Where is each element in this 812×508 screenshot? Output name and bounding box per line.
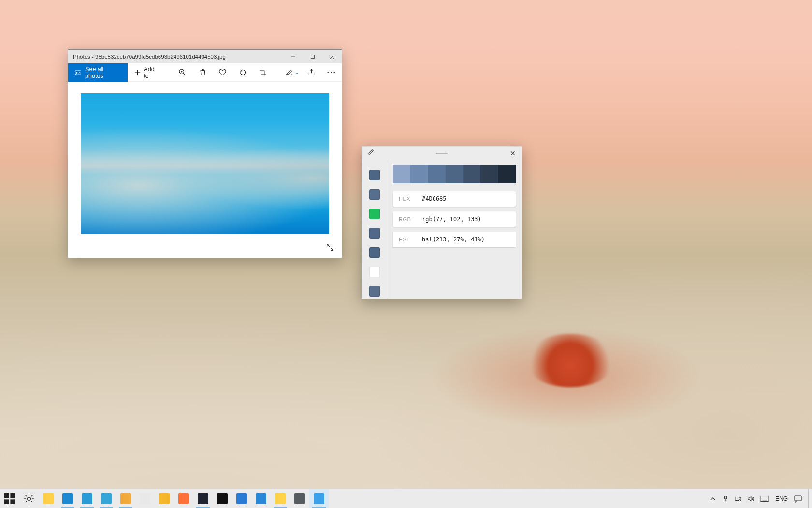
svg-rect-18	[10, 499, 15, 504]
action-center-icon[interactable]	[791, 489, 805, 508]
more-button[interactable]: ···	[322, 63, 342, 82]
svg-rect-15	[4, 493, 9, 498]
see-all-photos-button[interactable]: See all photos	[68, 63, 128, 82]
tray-language[interactable]: ENG	[772, 495, 791, 502]
svg-rect-21	[735, 497, 739, 500]
shade-cell[interactable]	[393, 165, 410, 183]
camera-icon	[294, 493, 305, 504]
chevron-down-icon: ⌄	[295, 70, 299, 75]
rgb-value: rgb(77, 102, 133)	[422, 216, 481, 223]
tray-volume-icon[interactable]	[744, 489, 757, 508]
svg-line-14	[331, 248, 333, 250]
edge-icon	[62, 493, 73, 504]
hsl-label: HSL	[399, 237, 422, 242]
hsl-value: hsl(213, 27%, 41%)	[422, 236, 485, 243]
picker-close-button[interactable]: ✕	[508, 149, 518, 157]
tray-meet-now-icon[interactable]	[732, 489, 744, 508]
taskbar-edge[interactable]	[58, 489, 77, 508]
taskbar-photos-tile[interactable]	[232, 489, 251, 508]
photos-window: Photos - 98be832ceb70a99fd5cdb693b249610…	[68, 49, 342, 258]
photos-toolbar: See all photos Add to ⌄	[68, 63, 342, 82]
shade-cell[interactable]	[446, 165, 463, 183]
taskbar-chrome[interactable]	[135, 489, 155, 508]
firefox-icon	[178, 493, 189, 504]
history-swatch[interactable]	[369, 209, 380, 219]
shade-cell[interactable]	[410, 165, 428, 183]
svg-rect-17	[4, 499, 9, 504]
color-picker-icon	[314, 493, 324, 504]
tray-usb-icon[interactable]	[719, 489, 732, 508]
history-swatch[interactable]	[369, 170, 380, 180]
taskbar-edge-dev[interactable]	[97, 489, 116, 508]
svg-rect-22	[760, 496, 769, 501]
rgb-label: RGB	[399, 216, 422, 222]
delete-button[interactable]	[193, 63, 213, 82]
svg-rect-20	[724, 496, 726, 498]
photo-image[interactable]	[81, 93, 329, 234]
taskbar-powershell[interactable]	[193, 489, 213, 508]
shade-strip[interactable]	[393, 165, 516, 183]
powertoys-icon	[275, 493, 286, 504]
maximize-button[interactable]	[303, 50, 322, 63]
taskbar-firefox[interactable]	[174, 489, 193, 508]
fullscreen-button[interactable]	[323, 240, 337, 254]
photos-titlebar[interactable]: Photos - 98be832ceb70a99fd5cdb693b249610…	[68, 50, 342, 63]
edit-create-dropdown[interactable]: ⌄	[282, 69, 302, 76]
powershell-icon	[198, 493, 208, 504]
edge-dev-icon	[101, 493, 112, 504]
shade-cell[interactable]	[428, 165, 446, 183]
history-swatch[interactable]	[369, 286, 380, 297]
eyedropper-button[interactable]	[366, 149, 376, 158]
shade-cell[interactable]	[480, 165, 498, 183]
history-swatch[interactable]	[369, 247, 380, 258]
history-swatch[interactable]	[369, 189, 380, 200]
zoom-button[interactable]	[173, 63, 192, 82]
file-explorer-icon	[43, 493, 54, 504]
taskbar-settings[interactable]	[19, 489, 39, 508]
chrome-canary-icon	[159, 493, 170, 504]
see-all-label: See all photos	[85, 66, 121, 79]
rgb-row[interactable]: RGB rgb(77, 102, 133)	[393, 211, 516, 227]
taskbar-edge-canary[interactable]	[116, 489, 135, 508]
taskbar: ENG	[0, 489, 812, 508]
drag-handle-icon[interactable]	[376, 153, 508, 154]
edge-beta-icon	[82, 493, 92, 504]
hex-row[interactable]: HEX #4D6685	[393, 191, 516, 207]
taskbar-powertoys[interactable]	[271, 489, 290, 508]
edge-canary-icon	[120, 493, 131, 504]
taskbar-start[interactable]	[0, 489, 19, 508]
svg-rect-29	[795, 496, 801, 501]
ellipsis-icon: ···	[327, 68, 336, 77]
color-picker-titlebar[interactable]: ✕	[362, 147, 522, 160]
svg-line-9	[184, 73, 186, 75]
svg-rect-16	[10, 493, 15, 498]
show-desktop-button[interactable]	[808, 489, 811, 508]
rotate-button[interactable]	[232, 63, 252, 82]
taskbar-mail[interactable]	[251, 489, 271, 508]
svg-line-13	[327, 244, 330, 247]
photos-canvas	[68, 82, 342, 258]
favorite-button[interactable]	[213, 63, 232, 82]
chrome-icon	[140, 493, 150, 504]
history-swatch[interactable]	[369, 267, 380, 277]
share-button[interactable]	[302, 63, 321, 82]
tray-keyboard-icon[interactable]	[757, 489, 772, 508]
taskbar-color-picker[interactable]	[309, 489, 329, 508]
hex-label: HEX	[399, 196, 422, 202]
taskbar-edge-beta[interactable]	[77, 489, 97, 508]
hsl-row[interactable]: HSL hsl(213, 27%, 41%)	[393, 232, 516, 247]
crop-button[interactable]	[253, 63, 273, 82]
taskbar-cmd[interactable]	[213, 489, 232, 508]
history-swatch[interactable]	[369, 228, 380, 239]
close-button[interactable]	[322, 50, 342, 63]
taskbar-file-explorer[interactable]	[39, 489, 58, 508]
minimize-button[interactable]	[284, 50, 303, 63]
tray-chevron-icon[interactable]	[707, 489, 719, 508]
add-to-button[interactable]: Add to	[128, 66, 167, 79]
cmd-icon	[217, 493, 228, 504]
hex-value: #4D6685	[422, 195, 447, 202]
taskbar-camera[interactable]	[290, 489, 309, 508]
taskbar-chrome-canary[interactable]	[155, 489, 174, 508]
shade-cell[interactable]	[463, 165, 480, 183]
shade-cell[interactable]	[498, 165, 516, 183]
